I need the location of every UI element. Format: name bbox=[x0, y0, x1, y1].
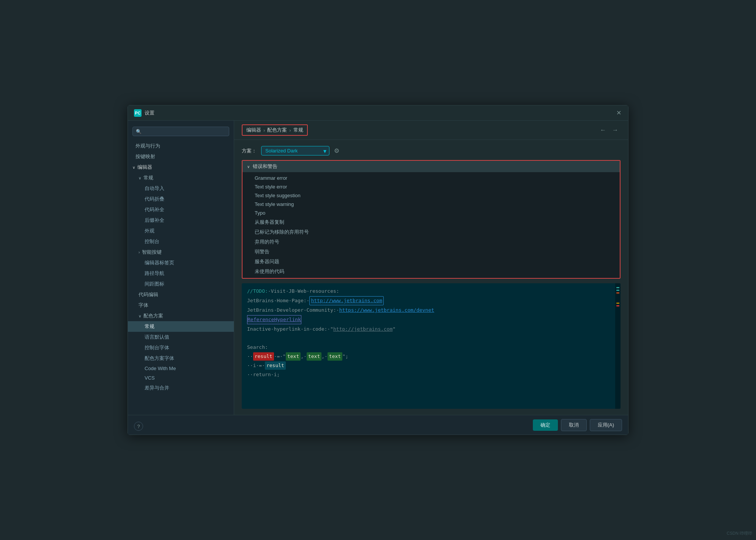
settings-window: PC 设置 ✕ 🔍 外观与行为 按键映射 ∨ 编辑器 ∨ bbox=[128, 105, 628, 435]
watermark: CSDN 哔哩哔 bbox=[727, 531, 752, 536]
chevron-icon: ∨ bbox=[139, 314, 141, 318]
breadcrumb-sep2: › bbox=[289, 127, 291, 133]
sidebar-item-general-cs[interactable]: 常规 bbox=[128, 321, 234, 332]
error-list-title: 错误和警告 bbox=[253, 163, 277, 170]
gear-button[interactable]: ⚙ bbox=[334, 147, 339, 154]
preview-line-5: Inactive·hyperlink·in·code:·"http://jetb… bbox=[247, 325, 615, 333]
preview-line-2: JetBrains·Home·Page:·http://www.jetbrain… bbox=[247, 296, 615, 305]
sidebar-item-general[interactable]: ∨ 常规 bbox=[128, 173, 234, 183]
cancel-button[interactable]: 取消 bbox=[561, 419, 587, 431]
search-input[interactable] bbox=[144, 129, 226, 134]
list-item[interactable]: 弱警告 bbox=[243, 247, 620, 257]
list-item[interactable]: Text style error bbox=[243, 182, 620, 191]
preview-line-7: Search: bbox=[247, 343, 615, 352]
scheme-select-wrap: Solarized Dark Solarized Light Darcula I… bbox=[261, 146, 329, 155]
sidebar-item-language-defaults[interactable]: 语言默认值 bbox=[128, 332, 234, 342]
bottom-bar: 确定 取消 应用(A) bbox=[128, 415, 628, 435]
minimap-mark bbox=[616, 305, 619, 306]
sidebar-item-appearance[interactable]: 外观与行为 bbox=[128, 141, 234, 151]
error-list: ∨ 错误和警告 Grammar error Text style error T… bbox=[242, 160, 621, 279]
sidebar-item-code-completion[interactable]: 代码补全 bbox=[128, 204, 234, 215]
breadcrumb: 编辑器 › 配色方案 › 常规 bbox=[242, 124, 308, 136]
minimap-mark bbox=[616, 303, 619, 304]
breadcrumb-general: 常规 bbox=[293, 127, 303, 133]
error-list-header[interactable]: ∨ 错误和警告 bbox=[243, 161, 620, 172]
sidebar-item-color-scheme[interactable]: ∨ 配色方案 bbox=[128, 311, 234, 321]
sidebar-item-smart-keys[interactable]: › 智能按键 bbox=[128, 247, 234, 257]
preview-line-6 bbox=[247, 334, 615, 342]
ok-button[interactable]: 确定 bbox=[533, 419, 558, 431]
apply-button[interactable]: 应用(A) bbox=[590, 419, 622, 431]
preview-line-4: ReferenceHyperlink bbox=[247, 315, 615, 324]
chevron-icon: ∨ bbox=[139, 176, 141, 180]
title-bar: PC 设置 ✕ bbox=[128, 105, 628, 121]
list-item[interactable]: Text style warning bbox=[243, 200, 620, 209]
chevron-icon: › bbox=[139, 250, 140, 254]
preview-line-8: ·· result ·=·" text ,· text ,· text "; bbox=[247, 352, 615, 361]
breadcrumb-bar: 编辑器 › 配色方案 › 常规 ← → bbox=[234, 121, 628, 140]
content-area: 编辑器 › 配色方案 › 常规 ← → 方案： S bbox=[234, 121, 628, 415]
app-icon: PC bbox=[134, 109, 142, 117]
nav-buttons: ← → bbox=[598, 126, 621, 134]
settings-body: 方案： Solarized Dark Solarized Light Darcu… bbox=[234, 140, 628, 415]
sidebar-item-console[interactable]: 控制台 bbox=[128, 236, 234, 247]
breadcrumb-color-scheme: 配色方案 bbox=[267, 127, 287, 133]
sidebar-item-console-font[interactable]: 控制台字体 bbox=[128, 342, 234, 353]
preview-line-10: ··return·i; bbox=[247, 370, 615, 379]
sidebar-item-editor-tabs[interactable]: 编辑器标签页 bbox=[128, 257, 234, 268]
sidebar-item-code-editing[interactable]: 代码编辑 bbox=[128, 289, 234, 300]
preview-line-1: //TODO:·Visit·JB·Web·resources: bbox=[247, 287, 615, 295]
chevron-icon: ∨ bbox=[132, 165, 135, 170]
minimap-bar bbox=[615, 283, 621, 409]
sidebar-item-editor[interactable]: ∨ 编辑器 bbox=[128, 162, 234, 173]
main-layout: 🔍 外观与行为 按键映射 ∨ 编辑器 ∨ 常规 自动导入 代码折叠 bbox=[128, 121, 628, 415]
breadcrumb-sep1: › bbox=[263, 127, 265, 133]
back-button[interactable]: ← bbox=[598, 126, 608, 134]
list-item[interactable]: Text style suggestion bbox=[243, 191, 620, 200]
sidebar-item-vcs[interactable]: VCS bbox=[128, 373, 234, 383]
sidebar-item-gutter-icons[interactable]: 间距图标 bbox=[128, 279, 234, 289]
close-button[interactable]: ✕ bbox=[615, 110, 622, 116]
breadcrumb-editor: 编辑器 bbox=[246, 127, 261, 133]
minimap-mark bbox=[616, 290, 619, 291]
sidebar-item-breadcrumbs[interactable]: 路径导航 bbox=[128, 268, 234, 279]
list-item[interactable]: Grammar error bbox=[243, 174, 620, 182]
sidebar-item-appearance2[interactable]: 外观 bbox=[128, 226, 234, 236]
sidebar-item-code-folding[interactable]: 代码折叠 bbox=[128, 194, 234, 204]
search-box[interactable]: 🔍 bbox=[132, 127, 229, 136]
list-item[interactable]: Typo bbox=[243, 209, 620, 217]
list-item[interactable]: 从服务器复制 bbox=[243, 217, 620, 227]
window-title: 设置 bbox=[145, 110, 154, 116]
list-item[interactable]: 已标记为移除的弃用符号 bbox=[243, 227, 620, 237]
sidebar-item-postfix-completion[interactable]: 后缀补全 bbox=[128, 215, 234, 226]
error-list-items: Grammar error Text style error Text styl… bbox=[243, 172, 620, 278]
scheme-row: 方案： Solarized Dark Solarized Light Darcu… bbox=[242, 146, 621, 155]
preview-line-9: ·· i·=· result bbox=[247, 361, 615, 370]
minimap-mark bbox=[616, 292, 619, 294]
minimap-mark bbox=[616, 287, 619, 288]
list-item[interactable]: 服务器问题 bbox=[243, 257, 620, 267]
sidebar-item-keymap[interactable]: 按键映射 bbox=[128, 151, 234, 162]
help-button[interactable]: ? bbox=[134, 422, 143, 431]
title-bar-left: PC 设置 bbox=[134, 109, 154, 117]
sidebar-item-font[interactable]: 字体 bbox=[128, 300, 234, 311]
forward-button[interactable]: → bbox=[610, 126, 621, 134]
collapse-chevron-icon: ∨ bbox=[247, 165, 250, 169]
sidebar-item-auto-import[interactable]: 自动导入 bbox=[128, 183, 234, 194]
sidebar-item-diff-merge[interactable]: 差异与合并 bbox=[128, 383, 234, 393]
scheme-select[interactable]: Solarized Dark Solarized Light Darcula I… bbox=[261, 146, 329, 155]
sidebar: 🔍 外观与行为 按键映射 ∨ 编辑器 ∨ 常规 自动导入 代码折叠 bbox=[128, 121, 234, 415]
list-item[interactable]: 弃用的符号 bbox=[243, 237, 620, 247]
list-item[interactable]: 未使用的代码 bbox=[243, 267, 620, 276]
preview-area: //TODO:·Visit·JB·Web·resources: JetBrain… bbox=[242, 283, 621, 409]
sidebar-item-color-scheme-font[interactable]: 配色方案字体 bbox=[128, 353, 234, 364]
search-icon: 🔍 bbox=[136, 129, 142, 134]
scheme-label: 方案： bbox=[242, 148, 257, 154]
sidebar-item-code-with-me[interactable]: Code With Me bbox=[128, 364, 234, 373]
preview-line-3: JetBrains·Developer·Community:·https://w… bbox=[247, 306, 615, 314]
